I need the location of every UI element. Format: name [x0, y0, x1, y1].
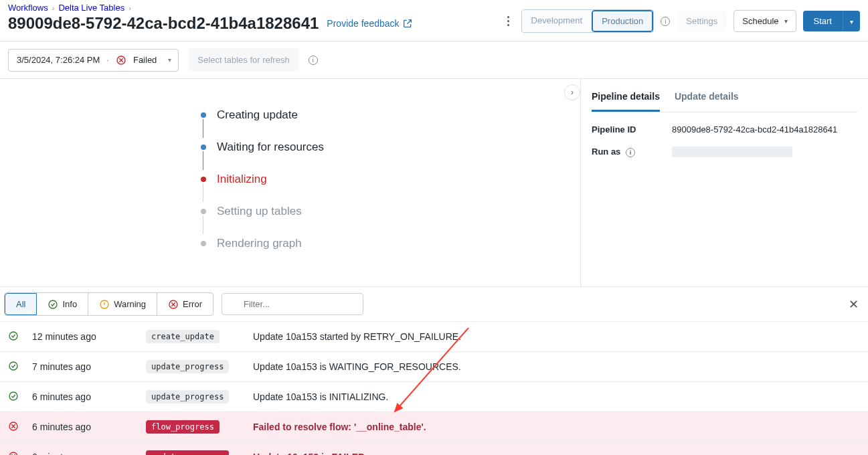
- log-time: 12 minutes ago: [25, 322, 139, 352]
- svg-point-5: [9, 332, 17, 340]
- breadcrumb-workflows[interactable]: Workflows: [8, 3, 48, 13]
- svg-point-1: [49, 300, 57, 308]
- select-tables-refresh: Select tables for refresh: [188, 48, 298, 72]
- run-timestamp: 3/5/2024, 7:26:24 PM: [17, 55, 100, 65]
- tab-pipeline-details[interactable]: Pipeline details: [592, 88, 660, 112]
- filter-info[interactable]: Info: [37, 293, 88, 315]
- svg-point-9: [9, 452, 17, 456]
- log-tag: update_progress: [139, 382, 246, 412]
- log-table: 12 minutes agocreate_updateUpdate 10a153…: [0, 321, 868, 455]
- step-label: Waiting for resources: [217, 141, 324, 154]
- close-log-panel[interactable]: ✕: [843, 297, 864, 312]
- log-status-icon: [0, 442, 25, 456]
- log-row[interactable]: 6 minutes agoupdate_progressUpdate 10a15…: [0, 382, 868, 412]
- log-time: 7 minutes ago: [25, 352, 139, 382]
- filter-warning[interactable]: Warning: [88, 293, 157, 315]
- chevron-down-icon: ▾: [850, 18, 853, 25]
- filter-error[interactable]: Error: [157, 293, 213, 315]
- production-tab[interactable]: Production: [592, 10, 653, 32]
- schedule-label: Schedule: [742, 16, 778, 26]
- log-status-icon: [0, 322, 25, 352]
- error-icon: [168, 299, 179, 310]
- step-bullet: [201, 112, 206, 118]
- step-label: Initializing: [217, 173, 267, 186]
- step-bullet: [201, 177, 206, 182]
- step-bullet: [201, 209, 206, 214]
- step-label: Setting up tables: [217, 205, 302, 218]
- tab-update-details[interactable]: Update details: [675, 88, 739, 112]
- run-selector[interactable]: 3/5/2024, 7:26:24 PM · Failed ▾: [8, 49, 179, 72]
- svg-point-6: [9, 362, 17, 370]
- info-icon[interactable]: i: [626, 148, 635, 157]
- info-icon[interactable]: i: [661, 17, 670, 26]
- pipeline-step: Creating update: [201, 99, 553, 131]
- log-status-icon: [0, 382, 25, 412]
- check-circle-icon: [48, 299, 58, 310]
- pipeline-step: Waiting for resources: [201, 131, 553, 163]
- log-message: Failed to resolve flow: '__online_table'…: [246, 412, 868, 442]
- start-dropdown-button[interactable]: ▾: [843, 11, 860, 31]
- pipeline-id-label: Pipeline ID: [592, 124, 656, 134]
- log-tag: create_update: [139, 322, 246, 352]
- run-as-value-redacted: [672, 147, 792, 157]
- pipeline-canvas: Creating updateWaiting for resourcesInit…: [0, 79, 580, 286]
- warning-icon: [99, 299, 110, 310]
- log-message: Update 10a153 is INITIALIZING.: [246, 382, 868, 412]
- log-tag: flow_progress: [139, 412, 246, 442]
- schedule-button[interactable]: Schedule ▾: [733, 10, 796, 32]
- failed-icon: [116, 55, 126, 66]
- step-bullet: [201, 241, 206, 246]
- log-time: 6 minutes ago: [25, 412, 139, 442]
- chevron-right-icon: ›: [52, 4, 55, 12]
- step-label: Creating update: [217, 108, 298, 122]
- run-as-label: Run as i: [592, 147, 656, 157]
- breadcrumb: Workflows › Delta Live Tables ›: [8, 3, 413, 13]
- step-label: Rendering graph: [217, 237, 302, 250]
- pipeline-step: Initializing: [201, 163, 553, 195]
- pipeline-id-value: 89009de8-5792-42ca-bcd2-41b4a1828641: [672, 124, 837, 134]
- pipeline-step: Setting up tables: [201, 195, 553, 227]
- log-tag: update_progress: [139, 442, 246, 456]
- provide-feedback-link[interactable]: Provide feedback: [327, 18, 412, 29]
- filter-all[interactable]: All: [5, 293, 37, 315]
- log-row[interactable]: 6 minutes agoupdate_progressUpdate 10a15…: [0, 442, 868, 456]
- breadcrumb-dlt[interactable]: Delta Live Tables: [58, 3, 124, 13]
- run-status: Failed: [133, 55, 157, 65]
- svg-point-7: [9, 392, 17, 400]
- details-panel: Pipeline details Update details Pipeline…: [580, 79, 868, 286]
- log-row[interactable]: 7 minutes agoupdate_progressUpdate 10a15…: [0, 352, 868, 382]
- settings-button[interactable]: Settings: [677, 11, 727, 31]
- info-icon[interactable]: i: [309, 56, 318, 65]
- log-message: Update 10a153 is WAITING_FOR_RESOURCES.: [246, 352, 868, 382]
- log-message: Update 10a153 started by RETRY_ON_FAILUR…: [246, 322, 868, 352]
- log-filter-input[interactable]: [222, 293, 363, 315]
- development-tab[interactable]: Development: [522, 10, 592, 32]
- log-row[interactable]: 6 minutes agoflow_progressFailed to reso…: [0, 412, 868, 442]
- log-tag: update_progress: [139, 352, 246, 382]
- chevron-down-icon: ▾: [168, 56, 171, 64]
- start-button[interactable]: Start: [803, 11, 843, 31]
- chevron-right-icon: ›: [128, 4, 131, 12]
- step-bullet: [201, 145, 206, 150]
- collapse-panel-button[interactable]: ›: [564, 84, 580, 100]
- external-link-icon: [402, 18, 413, 29]
- log-time: 6 minutes ago: [25, 442, 139, 456]
- more-menu-button[interactable]: [503, 13, 515, 29]
- log-row[interactable]: 12 minutes agocreate_updateUpdate 10a153…: [0, 322, 868, 352]
- pipeline-step: Rendering graph: [201, 227, 553, 260]
- log-status-icon: [0, 412, 25, 442]
- chevron-down-icon: ▾: [784, 17, 788, 25]
- log-time: 6 minutes ago: [25, 382, 139, 412]
- env-segmented-control: Development Production: [521, 9, 655, 33]
- feedback-label: Provide feedback: [327, 18, 399, 29]
- log-message: Update 10a153 is FAILED.: [246, 442, 868, 456]
- page-title: 89009de8-5792-42ca-bcd2-41b4a1828641: [8, 14, 319, 33]
- log-status-icon: [0, 352, 25, 382]
